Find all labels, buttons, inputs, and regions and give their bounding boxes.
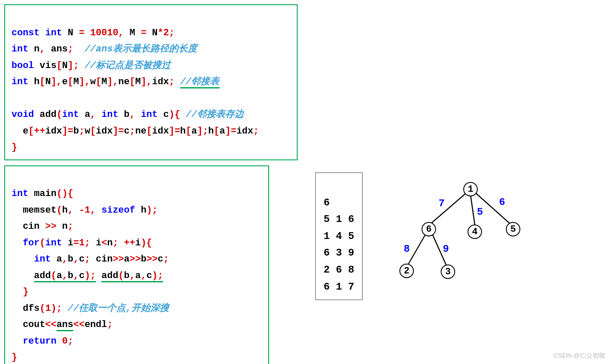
comment-add-edge: //邻接表存边 xyxy=(186,109,244,120)
input-line: 6 xyxy=(324,197,330,208)
input-line: 6 1 7 xyxy=(324,281,354,293)
svg-line-0 xyxy=(429,192,467,225)
comment-ans: //ans表示最长路径的长度 xyxy=(85,44,197,54)
input-line: 5 1 6 xyxy=(324,213,354,225)
tree-node-2: 2 xyxy=(399,264,414,278)
input-line: 1 4 5 xyxy=(324,230,354,242)
edge-weight-8: 8 xyxy=(404,243,410,255)
code-block-2: int main(){ memset(h, -1, sizeof h); cin… xyxy=(4,165,269,364)
watermark: CSDN @仁公智能 xyxy=(554,352,605,360)
tree-node-3: 3 xyxy=(441,264,455,279)
svg-line-1 xyxy=(471,195,475,225)
comment-vis: //标记点是否被搜过 xyxy=(85,60,171,71)
tree-node-6: 6 xyxy=(422,222,436,236)
edge-weight-7: 7 xyxy=(439,198,445,209)
tree-node-4: 4 xyxy=(468,225,482,239)
sample-input-box: 6 5 1 6 1 4 5 6 3 9 2 6 8 6 1 7 xyxy=(315,172,363,300)
tree-diagram: 1 6 4 5 2 3 7 5 6 8 9 xyxy=(383,174,537,293)
edge-weight-5: 5 xyxy=(477,206,483,218)
code-block-1: const int N = 10010, M = N*2; int n, ans… xyxy=(4,4,298,160)
edge-weight-9: 9 xyxy=(443,243,449,255)
comment-adj-list: //邻接表 xyxy=(180,77,219,88)
input-line: 6 3 9 xyxy=(324,247,354,259)
kw-const-int: const int xyxy=(11,28,62,38)
tree-node-5: 5 xyxy=(506,222,520,236)
tree-node-1: 1 xyxy=(463,182,478,196)
comment-dfs: //任取一个点,开始深搜 xyxy=(68,303,169,314)
edge-weight-6: 6 xyxy=(499,196,505,208)
input-line: 2 6 8 xyxy=(324,264,354,276)
